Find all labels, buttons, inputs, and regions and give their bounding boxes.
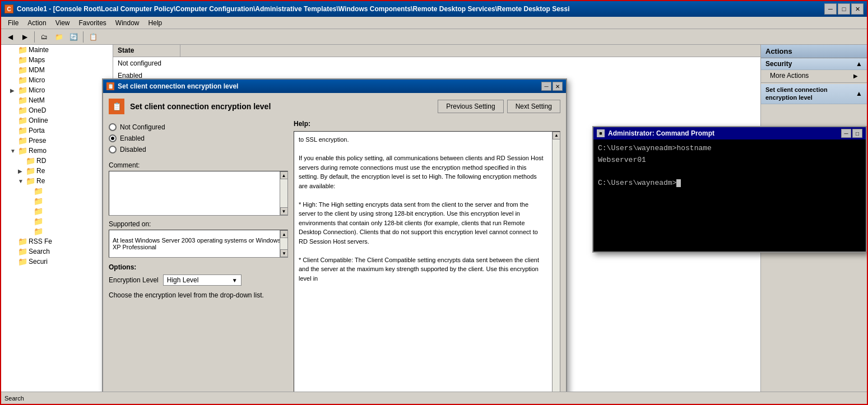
- tree-item-label: Remo: [29, 147, 47, 155]
- radio-enabled[interactable]: Enabled: [109, 134, 288, 142]
- folder-icon: 📁: [26, 156, 35, 165]
- tree-item-label: Search: [29, 248, 50, 255]
- radio-disabled[interactable]: Disabled: [109, 146, 288, 153]
- tree-item-re2[interactable]: ▼ 📁 Re: [1, 176, 113, 186]
- tree-item-rssfe[interactable]: 📁 RSS Fe: [1, 236, 113, 246]
- help-text-area: to SSL encryption. If you enable this po…: [294, 131, 560, 392]
- expand-icon-expanded[interactable]: ▼: [18, 178, 26, 184]
- tree-item-rd[interactable]: 📁 RD: [1, 156, 113, 166]
- menu-window[interactable]: Window: [111, 18, 144, 28]
- tree-item-oned[interactable]: 📁 OneD: [1, 105, 113, 115]
- supported-section: Supported on: At least Windows Server 20…: [109, 220, 288, 258]
- comment-section: Comment: ▲ ▼: [109, 161, 288, 216]
- tree-item-mdm[interactable]: 📁 MDM: [1, 65, 113, 75]
- encryption-dialog: 📋 Set client connection encryption level…: [102, 78, 567, 392]
- state-not-configured: Not configured: [113, 57, 760, 69]
- choose-text: Choose the encryption level from the dro…: [109, 290, 288, 300]
- radio-label-not-configured: Not Configured: [120, 123, 165, 131]
- actions-security-section[interactable]: Security ▲: [761, 58, 867, 70]
- properties-button[interactable]: 📋: [86, 31, 100, 43]
- menu-help[interactable]: Help: [144, 18, 167, 28]
- menu-action[interactable]: Action: [23, 18, 50, 28]
- tree-item-netm[interactable]: 📁 NetM: [1, 95, 113, 105]
- tree-item-online[interactable]: 📁 Online: [1, 115, 113, 125]
- maximize-button[interactable]: □: [838, 3, 850, 15]
- toolbar: ◀ ▶ 🗂 📁 🔄 📋: [1, 29, 867, 45]
- dialog-titlebar: 📋 Set client connection encryption level…: [103, 80, 566, 93]
- folder-icon: 📁: [26, 166, 35, 175]
- tree-item-micro1[interactable]: 📁 Micro: [1, 75, 113, 85]
- tree-item-securi[interactable]: 📁 Securi: [1, 257, 113, 267]
- actions-set-client-section[interactable]: Set client connection encryption level ▲: [761, 84, 867, 104]
- dialog-title-buttons: ─ ✕: [541, 82, 563, 91]
- set-client-label: Set client connection encryption level: [765, 86, 856, 102]
- scroll-down-arrow[interactable]: ▼: [280, 207, 288, 215]
- comment-scrollbar[interactable]: ▲ ▼: [280, 171, 287, 215]
- dialog-minimize-button[interactable]: ─: [541, 82, 551, 91]
- folder-icon: 📁: [18, 257, 27, 266]
- encryption-level-dropdown[interactable]: High Level ▼: [163, 274, 242, 286]
- tree-item-maps[interactable]: 📁 Maps: [1, 55, 113, 65]
- menu-file[interactable]: File: [3, 18, 23, 28]
- folder-icon: 📁: [18, 116, 27, 125]
- help-scroll-up[interactable]: ▲: [553, 132, 560, 139]
- tree-scroll-area: 📁 Mainte 📁 Maps 📁 MDM 📁 Micro: [1, 45, 113, 392]
- tree-item-label: Securi: [29, 258, 48, 266]
- tree-item-prese[interactable]: 📁 Prese: [1, 136, 113, 146]
- scroll-up-arrow[interactable]: ▲: [280, 171, 288, 179]
- tree-item-label: Prese: [29, 137, 46, 145]
- options-section: Options: Encryption Level High Level ▼ C…: [109, 263, 288, 392]
- supported-box: At least Windows Server 2003 operating s…: [109, 230, 288, 258]
- tree-item-label: Micro: [29, 76, 45, 84]
- actions-more-actions[interactable]: More Actions ▶: [761, 70, 867, 81]
- tree-item-remo[interactable]: ▼ 📁 Remo: [1, 146, 113, 156]
- expand-icon-collapsed[interactable]: ▶: [10, 87, 18, 94]
- col-state[interactable]: State: [113, 45, 180, 57]
- folder-icon: 📁: [26, 176, 35, 185]
- menu-favorites[interactable]: Favorites: [75, 18, 111, 28]
- tree-panel: 📁 Mainte 📁 Maps 📁 MDM 📁 Micro: [1, 45, 113, 392]
- refresh-button[interactable]: 🔄: [67, 31, 80, 43]
- tree-item-sub3[interactable]: 📁: [1, 206, 113, 216]
- tree-item-sub4[interactable]: 📁: [1, 216, 113, 226]
- dialog-close-button[interactable]: ✕: [553, 82, 563, 91]
- tree-item-label: Mainte: [29, 46, 49, 54]
- show-hide-tree-button[interactable]: 🗂: [38, 31, 51, 43]
- tree-item-sub1[interactable]: 📁: [1, 186, 113, 196]
- radio-group: Not Configured Enabled Disabled: [109, 123, 288, 153]
- tree-item-label: RSS Fe: [29, 238, 52, 245]
- tree-item-mainte[interactable]: 📁 Mainte: [1, 45, 113, 55]
- next-setting-button[interactable]: Next Setting: [507, 100, 560, 113]
- supported-scroll-down[interactable]: ▼: [280, 249, 288, 257]
- menu-view[interactable]: View: [51, 18, 75, 28]
- folder-icon: 📁: [18, 45, 27, 54]
- prev-setting-button[interactable]: Previous Setting: [438, 100, 503, 113]
- tree-item-re1[interactable]: ▶ 📁 Re: [1, 166, 113, 176]
- expand-icon-collapsed[interactable]: ▶: [18, 168, 26, 174]
- dropdown-arrow-icon: ▼: [232, 277, 238, 283]
- radio-circle-not-configured: [109, 123, 117, 131]
- comment-textarea[interactable]: ▲ ▼: [109, 171, 288, 216]
- folder-icon: 📁: [18, 66, 27, 75]
- minimize-button[interactable]: ─: [824, 3, 837, 15]
- tree-item-label: RD: [36, 157, 46, 165]
- tree-item-sub5[interactable]: 📁: [1, 226, 113, 236]
- tree-item-search[interactable]: 📁 Search: [1, 246, 113, 257]
- expand-icon-expanded[interactable]: ▼: [10, 148, 18, 154]
- close-button[interactable]: ✕: [851, 3, 864, 15]
- dialog-icon: 📋: [106, 82, 114, 90]
- radio-not-configured[interactable]: Not Configured: [109, 123, 288, 131]
- radio-circle-enabled: [109, 134, 117, 142]
- back-button[interactable]: ◀: [3, 31, 17, 43]
- tree-item-label: Re: [36, 167, 45, 175]
- tree-item-sub2[interactable]: 📁: [1, 196, 113, 206]
- supported-scroll-up[interactable]: ▲: [280, 230, 288, 238]
- forward-button[interactable]: ▶: [18, 31, 31, 43]
- tree-item-porta[interactable]: 📁 Porta: [1, 125, 113, 136]
- help-scroll-track: [553, 139, 560, 392]
- supported-scrollbar[interactable]: ▲ ▼: [280, 230, 287, 257]
- help-scrollbar[interactable]: ▲ ▼: [552, 132, 560, 392]
- tree-item-label: Maps: [29, 56, 45, 64]
- tree-up-button[interactable]: 📁: [52, 31, 66, 43]
- tree-item-micro2[interactable]: ▶ 📁 Micro: [1, 85, 113, 95]
